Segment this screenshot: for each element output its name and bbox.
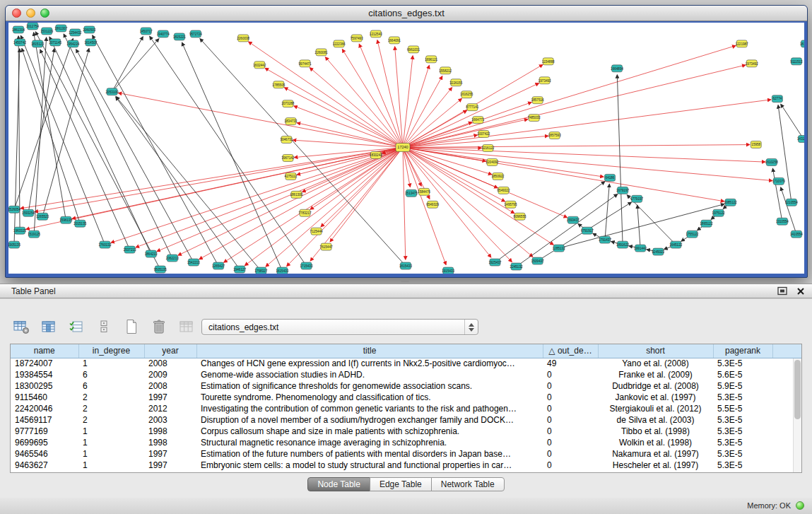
cell-name[interactable]: 9115460 — [11, 392, 78, 403]
cell-short[interactable]: Jankovic et al. (1997) — [598, 392, 713, 403]
table-row[interactable]: 1830029562008Estimation of significance … — [11, 380, 801, 392]
graph-edge[interactable] — [93, 35, 218, 266]
cell-year[interactable]: 1997 — [144, 460, 196, 471]
cell-name[interactable]: 9777169 — [11, 426, 78, 437]
cell-in_degree[interactable]: 1 — [78, 437, 144, 448]
table-settings-button[interactable] — [11, 317, 31, 336]
graph-edge[interactable] — [778, 105, 792, 203]
graph-edge[interactable] — [302, 148, 403, 192]
graph-edge[interactable] — [772, 168, 782, 221]
graph-edge[interactable] — [617, 75, 623, 245]
cell-name[interactable]: 9465546 — [11, 448, 78, 460]
table-row[interactable]: 2242004622012Investigating the contribut… — [11, 403, 801, 414]
table-row[interactable]: 911546021997Tourette syndrome. Phenomeno… — [11, 392, 801, 403]
cell-in_degree[interactable]: 6 — [78, 380, 144, 392]
table-row[interactable]: 969969511998Structural magnetic resonanc… — [11, 437, 801, 448]
cell-year[interactable]: 1998 — [144, 426, 196, 437]
cell-short[interactable]: Stergiakouli et al. (2012) — [598, 403, 713, 414]
cell-short[interactable]: Franke et al. (2009) — [598, 369, 713, 380]
close-panel-icon[interactable] — [796, 287, 805, 296]
table-row[interactable]: 1938455462009Genome-wide association stu… — [11, 369, 801, 380]
cell-name[interactable]: 9463627 — [11, 460, 78, 471]
cell-year[interactable]: 2008 — [144, 380, 196, 392]
graph-edge[interactable] — [199, 148, 403, 259]
cell-in_degree[interactable]: 2 — [78, 414, 144, 426]
cell-name[interactable]: 14569117 — [11, 414, 78, 426]
cell-out_degree[interactable]: 0 — [543, 414, 598, 426]
cell-pagerank[interactable]: 5.6E-5 — [713, 369, 772, 380]
cell-in_degree[interactable]: 1 — [78, 358, 144, 369]
graph-edge[interactable] — [224, 148, 403, 263]
table-row[interactable]: 1872400712008Changes of HCN gene express… — [11, 358, 801, 369]
cell-year[interactable]: 2008 — [144, 358, 196, 369]
cell-title[interactable]: Disruption of a novel member of a sodium… — [196, 414, 543, 426]
cell-out_degree[interactable]: 0 — [543, 380, 598, 392]
cell-name[interactable]: 18300295 — [11, 380, 78, 392]
scrollbar-thumb[interactable] — [794, 360, 801, 419]
column-header-pagerank[interactable]: pagerank — [713, 344, 772, 358]
zoom-window-button[interactable] — [40, 8, 49, 18]
panel-resize-handle[interactable] — [401, 279, 409, 282]
cell-short[interactable]: Hescheler et al. (1997) — [598, 460, 713, 471]
graph-edge[interactable] — [34, 33, 66, 220]
show-columns-button[interactable] — [39, 317, 59, 336]
window-titlebar[interactable]: citations_edges.txt — [6, 6, 807, 21]
graph-edge[interactable] — [403, 148, 724, 201]
float-panel-icon[interactable] — [777, 286, 787, 296]
graph-edge[interactable] — [35, 148, 403, 212]
cell-title[interactable]: Estimation of significance thresholds fo… — [196, 380, 543, 392]
graph-edge[interactable] — [403, 148, 514, 214]
graph-edge[interactable] — [116, 97, 261, 271]
cell-title[interactable]: Structural magnetic resonance image aver… — [196, 437, 543, 448]
graph-edge[interactable] — [118, 93, 403, 147]
graph-edge[interactable] — [403, 148, 406, 260]
graph-edge[interactable] — [359, 44, 403, 147]
cell-out_degree[interactable]: 0 — [543, 437, 598, 448]
graph-edge[interactable] — [403, 148, 553, 245]
graph-edge[interactable] — [342, 49, 403, 148]
cell-out_degree[interactable]: 0 — [543, 403, 598, 414]
cell-title[interactable]: Estimation of the future numbers of pati… — [196, 448, 543, 460]
graph-edge[interactable] — [403, 46, 736, 148]
cell-pagerank[interactable]: 5.5E-5 — [713, 403, 772, 414]
table-row[interactable]: 977716911998Corpus callosum shape and si… — [11, 426, 801, 437]
cell-pagerank[interactable]: 5.9E-5 — [713, 380, 772, 392]
cell-short[interactable]: de Silva et al. (2003) — [598, 414, 713, 426]
cell-year[interactable]: 1997 — [144, 392, 196, 403]
graph-edge[interactable] — [111, 148, 403, 243]
cell-short[interactable]: Dudbridge et al. (2008) — [598, 380, 713, 392]
cell-in_degree[interactable]: 2 — [78, 403, 144, 414]
graph-edge[interactable] — [112, 39, 159, 92]
cell-short[interactable]: Yano et al. (2008) — [598, 358, 713, 369]
graph-edge[interactable] — [403, 65, 746, 148]
cell-year[interactable]: 1998 — [144, 437, 196, 448]
graph-edge[interactable] — [403, 148, 491, 258]
cell-year[interactable]: 2003 — [144, 414, 196, 426]
cell-out_degree[interactable]: 0 — [543, 392, 598, 403]
graph-edge[interactable] — [403, 145, 750, 148]
cell-year[interactable]: 1997 — [144, 448, 196, 460]
cell-in_degree[interactable]: 6 — [78, 369, 144, 380]
graph-edge[interactable] — [781, 187, 796, 234]
cell-out_degree[interactable]: 0 — [543, 426, 598, 437]
cell-in_degree[interactable]: 2 — [78, 392, 144, 403]
cell-pagerank[interactable]: 5.3E-5 — [713, 448, 772, 460]
cell-pagerank[interactable]: 5.3E-5 — [713, 414, 772, 426]
graph-edge[interactable] — [310, 148, 403, 210]
cell-short[interactable]: Nakamura et al. (1997) — [598, 448, 713, 460]
column-header-title[interactable]: title — [196, 344, 543, 358]
cell-title[interactable]: Changes of HCN gene expression and I(f) … — [196, 358, 543, 369]
column-header-name[interactable]: name — [11, 344, 78, 358]
graph-edge[interactable] — [403, 148, 604, 177]
cell-short[interactable]: Wolkin et al. (1998) — [598, 437, 713, 448]
graph-edge[interactable] — [403, 148, 410, 187]
graph-edge[interactable] — [403, 135, 477, 147]
graph-edge[interactable] — [395, 47, 403, 148]
close-window-button[interactable] — [12, 8, 21, 18]
network-canvas[interactable]: 1724022600381602442178550520732881834733… — [8, 23, 804, 274]
graph-edge[interactable] — [265, 68, 403, 147]
graph-edge[interactable] — [403, 136, 548, 147]
graph-edge[interactable] — [287, 148, 403, 267]
cell-short[interactable]: Tibbo et al. (1998) — [598, 426, 713, 437]
vertical-scrollbar[interactable] — [793, 358, 801, 472]
